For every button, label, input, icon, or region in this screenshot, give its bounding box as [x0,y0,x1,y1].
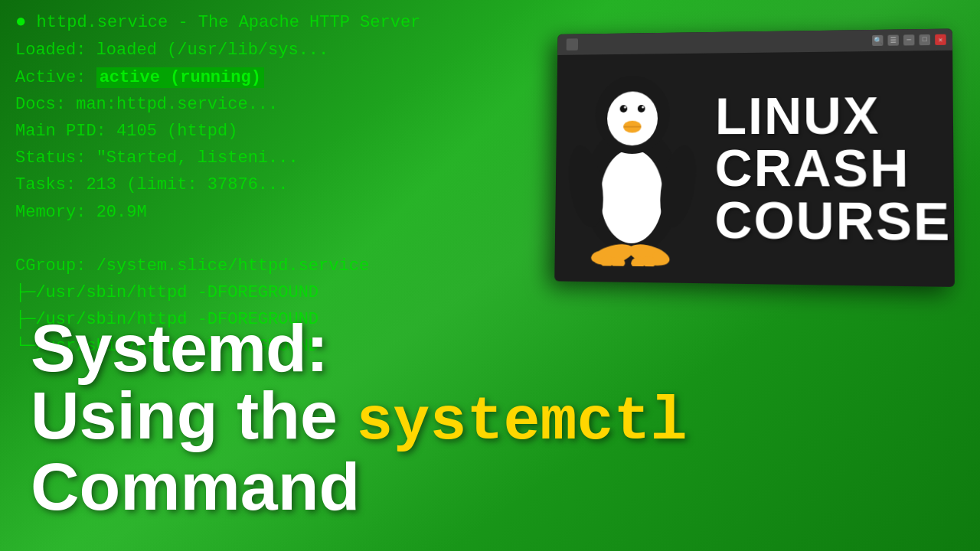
menu-button[interactable]: ☰ [888,35,899,46]
window-icon [567,38,578,51]
close-button[interactable]: ✕ [935,34,946,45]
title-line-2: Using the systemctl [31,382,687,453]
main-title-block: Systemd: Using the systemctl Command [31,315,687,520]
title-line-1: Systemd: [31,315,687,382]
tux-penguin [557,61,708,275]
lcc-line-course: COURSE [714,194,951,248]
title-systemctl: systemctl [356,387,687,457]
lcc-line-linux: LINUX [715,89,880,142]
title-using-the: Using the [31,377,356,453]
lcc-title-text: LINUX CRASH COURSE [714,88,951,248]
search-button[interactable]: 🔍 [872,35,883,46]
maximize-button[interactable]: □ [920,34,931,45]
title-line-3: Command [31,453,687,520]
lcc-card: 🔍 ☰ ─ □ ✕ [554,29,955,287]
minimize-button[interactable]: ─ [903,34,914,45]
lcc-line-crash: CRASH [715,142,910,194]
